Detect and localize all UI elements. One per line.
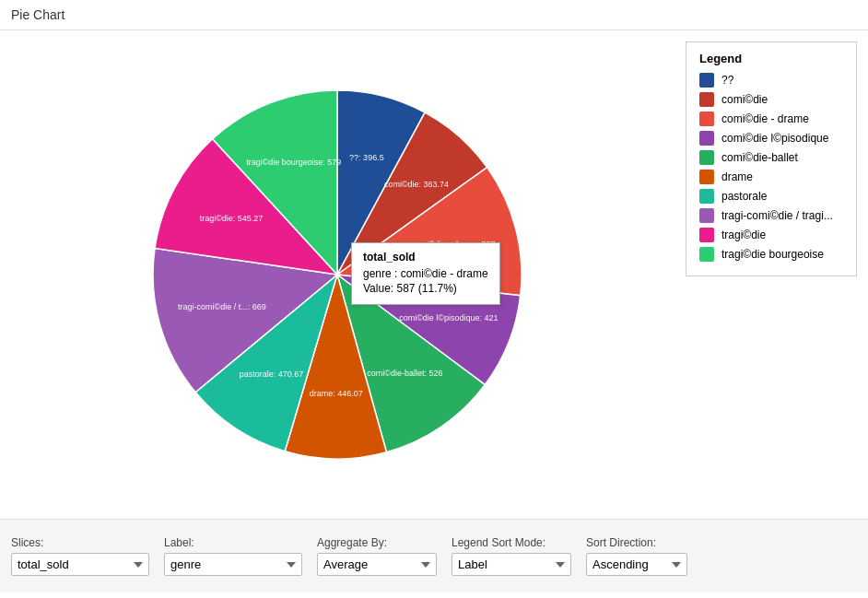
aggregate-control: Aggregate By: Average Sum Count	[317, 536, 437, 576]
legend-item: tragi©die	[699, 228, 843, 242]
legend-color-swatch	[699, 208, 714, 223]
sort-direction-control: Sort Direction: Ascending Descending	[586, 536, 687, 576]
slices-control: Slices: total_sold	[11, 536, 149, 576]
sort-direction-label: Sort Direction:	[586, 536, 687, 549]
legend-color-swatch	[699, 131, 714, 146]
svg-text:tragi-comi©die / t...: 669: tragi-comi©die / t...: 669	[178, 302, 266, 311]
legend-sort-control: Legend Sort Mode: Label Value	[452, 536, 571, 576]
legend-color-swatch	[699, 111, 714, 126]
slices-select[interactable]: total_sold	[11, 553, 149, 576]
slices-label: Slices:	[11, 536, 149, 549]
svg-text:drame: 446.07: drame: 446.07	[310, 389, 363, 398]
bottom-controls: Slices: total_sold Label: genre Aggregat…	[0, 519, 868, 592]
legend-box: Legend ?? comi©die comi©die - drame comi…	[686, 41, 857, 276]
legend-item: drame	[699, 170, 843, 184]
legend-item: comi©die - drame	[699, 111, 843, 126]
page-title: Pie Chart	[0, 0, 868, 30]
legend-item-label: drame	[721, 170, 753, 183]
legend-item-label: tragi-comi©die / tragi...	[721, 209, 833, 222]
label-label: Label:	[164, 536, 302, 549]
legend-item-label: comi©die - drame	[721, 112, 809, 125]
legend-title: Legend	[699, 52, 843, 65]
svg-text:??: 396.5: ??: 396.5	[349, 153, 384, 162]
legend-item-label: tragi©die bourgeoise	[721, 248, 824, 261]
svg-text:tragi©die bourgeoise: 579: tragi©die bourgeoise: 579	[246, 158, 341, 167]
legend-item-label: comi©die	[721, 93, 768, 106]
svg-text:comi©die l©pisodique: 421: comi©die l©pisodique: 421	[399, 313, 498, 322]
pie-chart: ??: 396.5comi©die: 363.74comi©die - dram…	[139, 76, 535, 473]
legend-color-swatch	[699, 170, 714, 184]
legend-color-swatch	[699, 228, 714, 242]
legend-color-swatch	[699, 247, 714, 262]
legend-sort-label: Legend Sort Mode:	[452, 536, 571, 549]
legend-item-label: pastorale	[721, 190, 767, 203]
svg-text:comi©die-ballet: 526: comi©die-ballet: 526	[367, 369, 442, 378]
svg-text:pastorale: 470.67: pastorale: 470.67	[240, 369, 304, 379]
svg-text:comi©die - drame: 587: comi©die - drame: 587	[411, 240, 495, 249]
label-select[interactable]: genre	[164, 553, 302, 576]
svg-text:comi©die: 363.74: comi©die: 363.74	[384, 180, 449, 189]
legend-items: ?? comi©die comi©die - drame comi©die l©…	[699, 73, 843, 262]
sort-direction-select[interactable]: Ascending Descending	[586, 553, 687, 576]
legend-item: comi©die-ballet	[699, 150, 843, 165]
legend-color-swatch	[699, 189, 714, 204]
legend-area: Legend ?? comi©die comi©die - drame comi…	[674, 30, 868, 519]
legend-item-label: tragi©die	[721, 229, 766, 241]
label-control: Label: genre	[164, 536, 302, 576]
legend-item: comi©die l©pisodique	[699, 131, 843, 146]
legend-item: tragi-comi©die / tragi...	[699, 208, 843, 223]
legend-item: pastorale	[699, 189, 843, 204]
legend-color-swatch	[699, 92, 714, 107]
legend-item-label: comi©die l©pisodique	[721, 132, 828, 145]
legend-item: tragi©die bourgeoise	[699, 247, 843, 262]
svg-text:tragi©die: 545.27: tragi©die: 545.27	[200, 214, 264, 223]
legend-color-swatch	[699, 73, 714, 88]
legend-color-swatch	[699, 150, 714, 165]
legend-item-label: comi©die-ballet	[721, 151, 798, 164]
legend-sort-select[interactable]: Label Value	[452, 553, 571, 576]
legend-item: ??	[699, 73, 843, 88]
legend-item-label: ??	[721, 74, 733, 87]
chart-area: ??: 396.5comi©die: 363.74comi©die - dram…	[0, 30, 674, 519]
aggregate-select[interactable]: Average Sum Count	[317, 553, 437, 576]
legend-item: comi©die	[699, 92, 843, 107]
aggregate-label: Aggregate By:	[317, 536, 437, 549]
